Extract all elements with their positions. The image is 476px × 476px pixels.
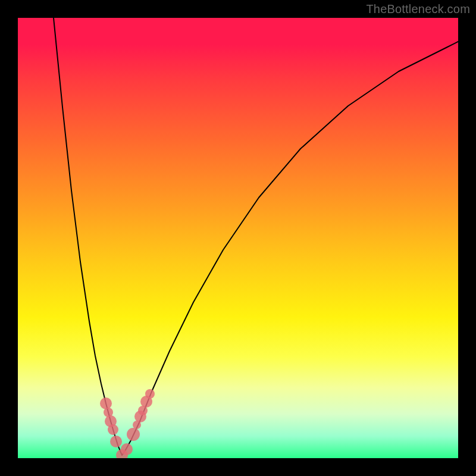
marker-point [110,436,122,447]
marker-point [145,389,155,399]
left-curve [54,18,122,455]
marker-group [100,389,155,458]
marker-point [127,428,140,441]
watermark-text: TheBottleneck.com [366,2,470,16]
chart-frame: TheBottleneck.com [0,0,476,476]
marker-point [121,443,133,455]
marker-point [100,397,112,409]
marker-point [108,424,118,435]
plot-area [18,18,458,458]
curves-layer [18,18,458,458]
right-curve [122,42,458,455]
